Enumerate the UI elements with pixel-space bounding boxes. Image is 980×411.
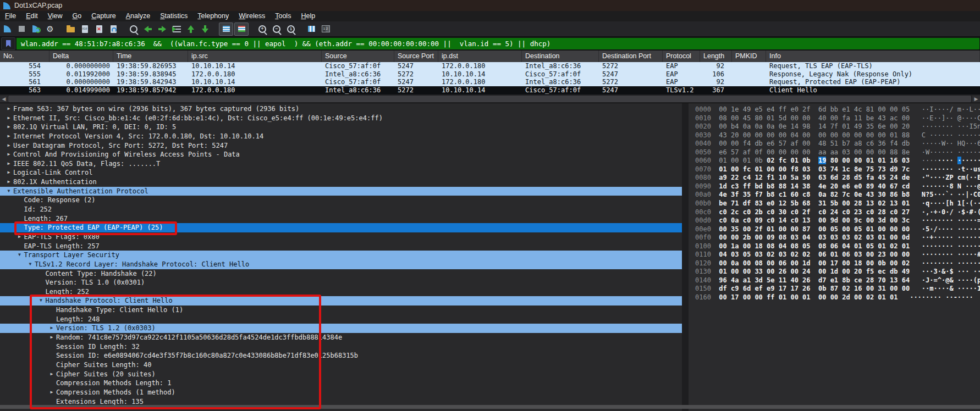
detail-row[interactable]: Type: Protected EAP (EAP-PEAP) (25): [0, 223, 682, 232]
resize-columns-icon[interactable]: [305, 23, 318, 35]
filter-bookmark-button[interactable]: [1, 37, 15, 50]
hex-row-0080[interactable]: 0080 a9 22 c4 12 f1 10 5a 50 63 6d 28 d5…: [689, 174, 980, 182]
detail-row[interactable]: Session ID Length: 32: [0, 342, 682, 352]
detail-row[interactable]: ▼Transport Layer Security: [0, 251, 682, 260]
detail-row[interactable]: EAP-TLS Length: 257: [0, 242, 682, 251]
hex-row-0030[interactable]: 0030 43 20 00 00 00 00 04 00 00 00 00 00…: [689, 131, 980, 140]
collapsed-arrow-icon[interactable]: ▶: [4, 114, 13, 123]
go-back-icon[interactable]: [141, 23, 155, 35]
menu-go[interactable]: Go: [68, 11, 87, 21]
packet-list-hscrollbar[interactable]: ◀ ▶: [0, 95, 980, 103]
collapsed-arrow-icon[interactable]: ▶: [4, 132, 13, 141]
hex-row-00b0[interactable]: 00b0 be 71 df 83 e0 12 5b 68 31 5b 00 28…: [689, 199, 980, 208]
collapsed-arrow-icon[interactable]: ▶: [4, 123, 13, 132]
detail-row[interactable]: ▶EAP-TLS Flags: 0x80: [0, 232, 682, 242]
menu-tools[interactable]: Tools: [270, 11, 296, 21]
detail-row[interactable]: ▼TLSv1.2 Record Layer: Handshake Protoco…: [0, 260, 682, 269]
collapsed-arrow-icon[interactable]: ▶: [4, 104, 13, 114]
detail-row[interactable]: ▶Compression Methods (1 method): [0, 388, 682, 397]
collapsed-arrow-icon[interactable]: ▶: [47, 370, 56, 379]
go-to-packet-icon[interactable]: [170, 23, 183, 35]
hex-row-0090[interactable]: 0090 1d c3 ff bd b8 88 14 38 4e 20 e6 e0…: [689, 182, 980, 191]
go-first-icon[interactable]: [184, 23, 197, 35]
detail-row[interactable]: ▶Logical-Link Control: [0, 168, 682, 177]
scroll-left-arrow-icon[interactable]: ◀: [0, 96, 8, 102]
column-header-time[interactable]: Time: [113, 51, 188, 62]
column-header-pmkid[interactable]: PMKID: [732, 51, 766, 62]
detail-row[interactable]: Handshake Type: Client Hello (1): [0, 306, 682, 315]
hex-row-00c0[interactable]: 00c0 c0 2c c0 2b c0 30 c0 2f c0 24 c0 23…: [689, 208, 980, 217]
zoom-reset-icon[interactable]: [284, 23, 298, 35]
menu-file[interactable]: File: [0, 11, 21, 21]
hex-row-00e0[interactable]: 00e0 00 35 00 2f 01 00 00 87 00 05 00 05…: [689, 225, 980, 234]
hex-row-0020[interactable]: 0020 00 b4 0a 0a 0a 0e 14 98 14 7f 01 49…: [689, 123, 980, 131]
column-header-ip-dst[interactable]: ip.dst: [438, 51, 522, 62]
save-file-icon[interactable]: [78, 23, 91, 35]
hex-row-0070[interactable]: 0070 01 00 fc 01 00 00 f8 03 03 74 1c 8e…: [689, 165, 980, 174]
display-filter-input[interactable]: wlan.addr == 48:51:b7:a8:c6:36 && ((wlan…: [16, 38, 979, 49]
hex-row-00d0[interactable]: 00d0 c0 0a c0 09 c0 14 c0 13 00 9d 00 9c…: [689, 216, 980, 225]
hex-row-0130[interactable]: 0130 01 00 00 33 00 26 00 24 00 1d 00 20…: [689, 268, 980, 276]
hscrollbar-thumb[interactable]: [8, 96, 971, 102]
detail-row[interactable]: ▶User Datagram Protocol, Src Port: 5272,…: [0, 141, 682, 151]
close-file-icon[interactable]: [92, 23, 106, 35]
expanded-arrow-icon[interactable]: ▼: [15, 251, 24, 260]
detail-row[interactable]: Length: 267: [0, 214, 682, 224]
restart-capture-icon[interactable]: [29, 23, 42, 35]
hex-row-00f0[interactable]: 00f0 00 00 2b 00 09 08 03 04 03 03 03 02…: [689, 234, 980, 242]
detail-row[interactable]: ▶Internet Protocol Version 4, Src: 172.0…: [0, 132, 682, 141]
start-capture-icon[interactable]: [1, 23, 14, 35]
menu-edit[interactable]: Edit: [21, 11, 43, 21]
collapsed-arrow-icon[interactable]: ▶: [15, 232, 24, 242]
detail-row[interactable]: ▶Random: 741c8e7573d97ca922c412f1105a506…: [0, 333, 682, 342]
stop-capture-icon[interactable]: [15, 23, 28, 35]
detail-row[interactable]: ▶IEEE 802.11 QoS Data, Flags: .......T: [0, 159, 682, 169]
detail-row[interactable]: Length: 252: [0, 287, 682, 297]
open-file-icon[interactable]: [64, 23, 77, 35]
collapsed-arrow-icon[interactable]: ▶: [47, 333, 56, 342]
detail-row[interactable]: Code: Response (2): [0, 196, 682, 205]
column-header-info[interactable]: Info: [766, 51, 980, 62]
detail-row[interactable]: ▶Control And Provisioning of Wireless Ac…: [0, 150, 682, 159]
column-header-delta[interactable]: Delta: [49, 51, 113, 62]
collapsed-arrow-icon[interactable]: ▶: [47, 324, 56, 333]
pane-splitter[interactable]: [682, 103, 689, 411]
column-header-source-port[interactable]: Source Port: [394, 51, 438, 62]
colorize-icon[interactable]: [234, 23, 249, 36]
detail-row[interactable]: ▶802.1Q Virtual LAN, PRI: 0, DEI: 0, ID:…: [0, 123, 682, 132]
go-last-icon[interactable]: [199, 23, 212, 35]
scroll-right-arrow-icon[interactable]: ▶: [972, 96, 980, 102]
reload-file-icon[interactable]: [107, 23, 120, 35]
hex-row-0010[interactable]: 0010 08 00 45 80 01 5d 00 00 40 00 fa 11…: [689, 114, 980, 123]
hex-row-0160[interactable]: 0160 00 17 00 00 ff 01 00 01 00 00 2d 00…: [689, 293, 980, 302]
menu-telephony[interactable]: Telephony: [192, 11, 234, 21]
capture-options-icon[interactable]: [43, 23, 57, 35]
menu-capture[interactable]: Capture: [86, 11, 120, 21]
menu-statistics[interactable]: Statistics: [155, 11, 192, 21]
collapsed-arrow-icon[interactable]: ▶: [4, 141, 13, 151]
hex-row-0140[interactable]: 0140 96 4a a1 3d 5e 11 40 26 d7 e1 8b ce…: [689, 276, 980, 285]
hex-row-0050[interactable]: 0050 e6 57 af 0f 00 00 00 00 aa aa 03 00…: [689, 148, 980, 157]
column-header-destination[interactable]: Destination: [522, 51, 599, 62]
hex-row-0110[interactable]: 0110 04 03 05 03 02 03 02 02 06 01 06 03…: [689, 251, 980, 259]
hex-row-0150[interactable]: 0150 df c9 6d ef e9 17 17 26 0b 87 02 16…: [689, 285, 980, 293]
detail-row[interactable]: ▶Cipher Suites (20 suites): [0, 370, 682, 379]
hex-row-0120[interactable]: 0120 00 0a 00 08 00 06 00 1d 00 17 00 18…: [689, 259, 980, 268]
zoom-out-icon[interactable]: [270, 23, 283, 35]
auto-scroll-icon[interactable]: [219, 23, 233, 36]
menu-view[interactable]: View: [43, 11, 68, 21]
column-header-protocol[interactable]: Protocol: [663, 51, 700, 62]
detail-row[interactable]: ▼Handshake Protocol: Client Hello: [0, 296, 682, 306]
collapsed-arrow-icon[interactable]: ▶: [4, 168, 13, 177]
hex-row-00a0[interactable]: 00a0 4e 3f 35 f7 b8 c1 60 c8 0a 82 7c 0e…: [689, 191, 980, 199]
zoom-in-icon[interactable]: [256, 23, 269, 35]
detail-row[interactable]: ▶Version: TLS 1.2 (0x0303): [0, 324, 682, 333]
detail-row[interactable]: ▶Frame 563: 367 bytes on wire (2936 bits…: [0, 104, 682, 114]
detail-row[interactable]: Session ID: e6e0894067cd4e3f35f7b8c160c8…: [0, 351, 682, 360]
detail-row[interactable]: Length: 248: [0, 315, 682, 324]
find-packet-icon[interactable]: [127, 23, 140, 35]
column-header-source[interactable]: Source: [322, 51, 394, 62]
collapsed-arrow-icon[interactable]: ▶: [47, 388, 56, 397]
detail-row[interactable]: Id: 252: [0, 205, 682, 214]
go-forward-icon[interactable]: [156, 23, 169, 35]
